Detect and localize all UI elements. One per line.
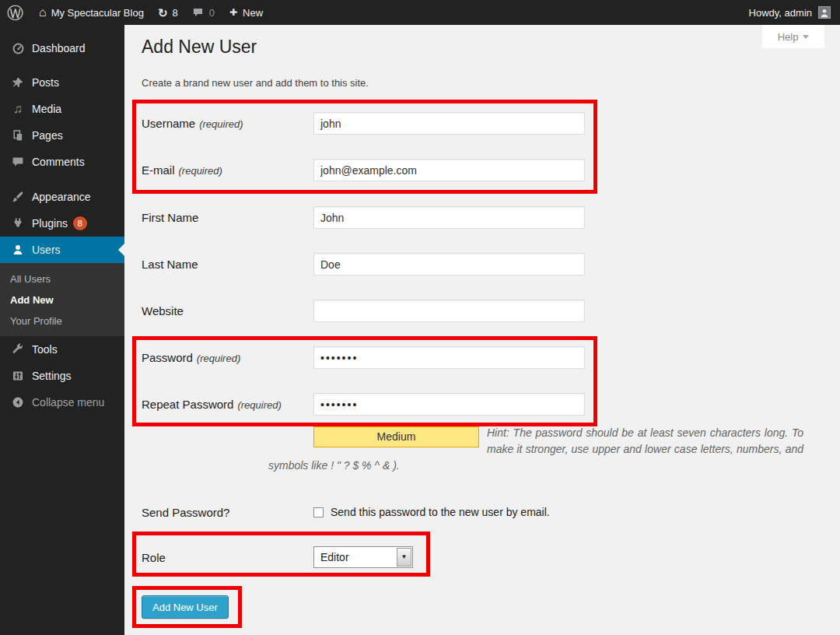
plugins-icon xyxy=(9,217,26,230)
page-title: Add New User xyxy=(142,36,823,58)
website-label: Website xyxy=(142,304,313,318)
first-name-label: First Name xyxy=(142,211,313,224)
required-note: (required) xyxy=(237,399,281,411)
role-select-button[interactable]: ▼ xyxy=(397,548,411,567)
required-note: (required) xyxy=(179,165,222,177)
repeat-password-input[interactable] xyxy=(313,393,585,416)
password-label: Password (required) xyxy=(142,351,313,364)
wordpress-logo-icon[interactable]: Ⓦ xyxy=(7,5,23,21)
first-name-row: First Name xyxy=(142,206,585,229)
site-name-menu[interactable]: ⌂ My Spectacular Blog xyxy=(23,6,144,19)
sidebar-item-appearance[interactable]: Appearance xyxy=(0,184,124,210)
site-name-label: My Spectacular Blog xyxy=(51,7,144,19)
select-arrow-icon: ▼ xyxy=(401,554,408,560)
sidebar-item-label: Pages xyxy=(32,129,63,142)
sidebar-item-label: Users xyxy=(32,244,61,256)
sidebar-item-label: Plugins xyxy=(32,217,68,230)
send-password-row: Send Password? Send this password to the… xyxy=(142,504,550,520)
sidebar-item-label: Collapse menu xyxy=(32,396,104,409)
sidebar-item-label: Settings xyxy=(32,370,72,382)
tools-icon xyxy=(9,343,26,356)
active-item-arrow xyxy=(118,244,124,256)
role-selected-value: Editor xyxy=(320,551,349,563)
submenu-item-your-profile[interactable]: Your Profile xyxy=(0,310,124,332)
main-content: Help Add New User Create a brand new use… xyxy=(124,25,840,635)
sidebar-item-comments[interactable]: Comments xyxy=(0,149,124,175)
appearance-icon xyxy=(9,191,26,203)
sidebar-item-label: Media xyxy=(32,103,61,115)
password-row: Password (required) xyxy=(142,346,585,369)
role-label: Role xyxy=(142,551,313,564)
sidebar-item-users[interactable]: Users xyxy=(0,237,124,263)
new-label: New xyxy=(243,7,263,19)
website-row: Website xyxy=(142,300,585,322)
sidebar-item-label: Tools xyxy=(32,343,58,356)
comments-menu[interactable]: 0 xyxy=(178,7,215,19)
required-note: (required) xyxy=(197,353,240,364)
sidebar-item-collapse-menu[interactable]: Collapse menu xyxy=(0,389,124,416)
role-select[interactable]: Editor ▼ xyxy=(313,546,413,568)
help-label: Help xyxy=(778,31,799,43)
howdy-label: Howdy, admin xyxy=(749,7,812,19)
email-input[interactable] xyxy=(313,159,585,181)
sidebar-item-label: Dashboard xyxy=(32,42,86,54)
avatar[interactable] xyxy=(818,6,831,19)
submenu-item-all-users[interactable]: All Users xyxy=(0,268,124,289)
comments-bubble-icon xyxy=(192,7,204,18)
help-button[interactable]: Help xyxy=(762,25,824,48)
update-count: 8 xyxy=(172,7,177,19)
repeat-password-row: Repeat Password (required) xyxy=(142,393,585,416)
comments-icon xyxy=(9,156,26,168)
email-row: E-mail (required) xyxy=(142,159,585,181)
new-menu[interactable]: ✚ New xyxy=(215,7,263,19)
sidebar-item-tools[interactable]: Tools xyxy=(0,336,124,363)
email-label: E-mail (required) xyxy=(142,163,313,177)
username-input[interactable] xyxy=(313,112,585,135)
sidebar-item-settings[interactable]: Settings xyxy=(0,363,124,389)
submenu-item-add-new[interactable]: Add New xyxy=(0,289,124,310)
first-name-input[interactable] xyxy=(313,206,585,229)
admin-bar: Ⓦ ⌂ My Spectacular Blog ↻ 8 0 ✚ New Howd… xyxy=(0,0,840,25)
page-subtitle: Create a brand new user and add them to … xyxy=(142,77,823,89)
sidebar-item-posts[interactable]: Posts xyxy=(0,69,124,96)
media-icon: ♫ xyxy=(9,103,26,115)
settings-icon xyxy=(9,370,26,382)
admin-bar-right: Howdy, admin xyxy=(749,6,840,19)
password-hint-block: Medium Hint: The password should be at l… xyxy=(268,425,803,474)
posts-icon xyxy=(9,76,26,89)
sidebar-item-dashboard[interactable]: Dashboard xyxy=(0,35,124,61)
howdy-menu[interactable]: Howdy, admin xyxy=(749,7,812,19)
required-note: (required) xyxy=(199,118,243,130)
admin-bar-left: Ⓦ ⌂ My Spectacular Blog ↻ 8 0 ✚ New xyxy=(0,5,263,21)
updates-icon: ↻ xyxy=(158,7,168,19)
username-row: Username (required) xyxy=(142,112,585,135)
users-submenu: All Users Add New Your Profile xyxy=(0,263,124,336)
collapse-icon xyxy=(9,396,26,409)
comment-count: 0 xyxy=(209,7,215,19)
sidebar-item-pages[interactable]: Pages xyxy=(0,122,124,149)
send-password-label: Send Password? xyxy=(142,506,313,519)
home-icon: ⌂ xyxy=(39,6,47,19)
password-input[interactable] xyxy=(313,346,585,369)
last-name-row: Last Name xyxy=(142,253,585,275)
sidebar-item-label: Comments xyxy=(32,156,85,168)
password-strength-meter: Medium xyxy=(313,426,479,447)
sidebar-item-media[interactable]: ♫ Media xyxy=(0,96,124,122)
sidebar-item-label: Posts xyxy=(32,76,59,89)
sidebar-menu: Dashboard Posts ♫ Media Pages Comments A… xyxy=(0,25,124,635)
send-password-checkbox-label: Send this password to the new user by em… xyxy=(331,506,550,518)
website-input[interactable] xyxy=(313,300,585,322)
dashboard-icon xyxy=(9,42,26,55)
add-new-user-button[interactable]: Add New User xyxy=(142,595,229,619)
last-name-input[interactable] xyxy=(313,253,585,275)
send-password-checkbox[interactable] xyxy=(313,507,324,517)
role-row: Role Editor ▼ xyxy=(142,546,413,568)
new-plus-icon: ✚ xyxy=(229,8,237,17)
help-chevron-icon xyxy=(803,35,809,39)
repeat-password-label: Repeat Password (required) xyxy=(142,398,313,411)
users-icon xyxy=(9,244,26,256)
sidebar-item-plugins[interactable]: Plugins 8 xyxy=(0,210,124,237)
plugins-update-badge: 8 xyxy=(73,216,87,230)
username-label: Username (required) xyxy=(142,117,313,130)
updates-menu[interactable]: ↻ 8 xyxy=(144,7,178,19)
